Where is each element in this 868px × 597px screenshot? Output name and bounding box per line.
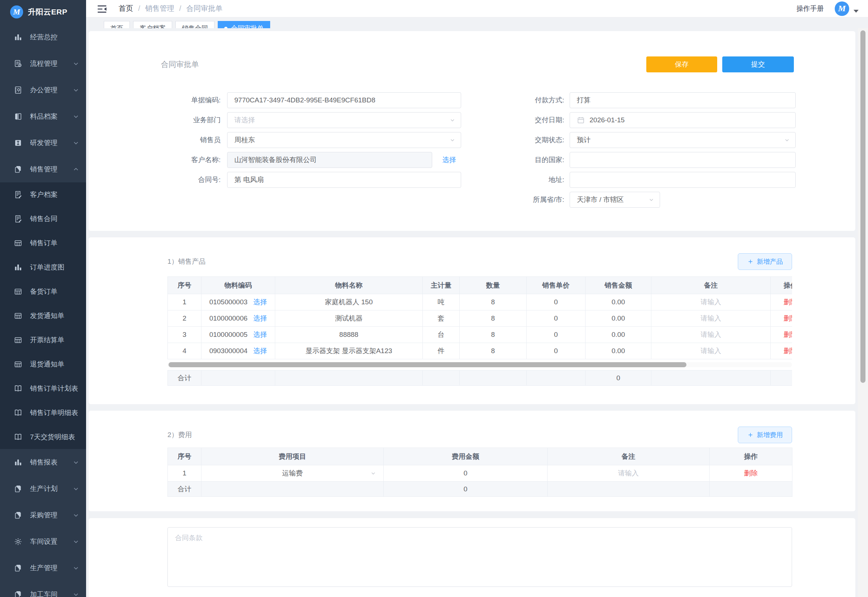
sidebar-item-开票结算单[interactable]: 开票结算单 xyxy=(0,328,86,352)
text-field[interactable]: 9770CA17-3497-4DB2-995E-B49E9CF61BD8 xyxy=(227,92,461,108)
cell-price[interactable]: 0 xyxy=(527,294,585,310)
products-hscrollbar-thumb[interactable] xyxy=(169,362,686,367)
select-field[interactable]: 天津市 / 市辖区 xyxy=(570,192,660,208)
cell-price[interactable]: 0 xyxy=(527,343,585,359)
cell-amount: 0.00 xyxy=(585,310,651,327)
avatar[interactable]: M xyxy=(835,1,849,16)
avatar-caret-icon[interactable] xyxy=(853,10,859,13)
select-material-link[interactable]: 选择 xyxy=(253,315,267,322)
cell-qty[interactable]: 8 xyxy=(460,294,527,310)
sidebar-collapse-icon[interactable] xyxy=(97,4,108,13)
manual-link[interactable]: 操作手册 xyxy=(796,4,824,13)
sidebar-item-7天交货明细表[interactable]: 7天交货明细表 xyxy=(0,425,86,449)
sidebar-item-生产管理[interactable]: 生产管理 xyxy=(0,555,86,581)
select-field[interactable]: 请选择 xyxy=(227,112,461,128)
delete-row-link[interactable]: 删除 xyxy=(784,347,792,355)
text-field[interactable]: 第 电风扇 xyxy=(227,172,461,188)
submit-button[interactable]: 提交 xyxy=(722,56,794,72)
form-header: 合同审批单 保存 提交 xyxy=(161,56,794,72)
sidebar-item-客户档案[interactable]: 客户档案 xyxy=(0,183,86,206)
sidebar-item-订单进度图[interactable]: 订单进度图 xyxy=(0,255,86,279)
material-code: 0105000003 xyxy=(209,298,248,306)
bar-chart-icon xyxy=(14,263,22,272)
cell-qty[interactable]: 8 xyxy=(460,327,527,343)
table-grid-icon xyxy=(14,287,22,296)
sidebar-item-发货通知单[interactable]: 发货通知单 xyxy=(0,304,86,328)
cell-qty[interactable]: 8 xyxy=(460,343,527,359)
date-field[interactable]: 2026-01-15 xyxy=(570,112,795,128)
delete-row-link[interactable]: 删除 xyxy=(784,298,792,306)
form-row: 目的国家: xyxy=(463,152,795,168)
select-material-link[interactable]: 选择 xyxy=(253,331,267,338)
tab-label: 合同审批单 xyxy=(231,24,264,28)
cell-amount: 0.00 xyxy=(585,343,651,359)
add-fee-button[interactable]: 新增费用 xyxy=(738,426,792,443)
field-control-zone xyxy=(570,152,795,168)
sidebar-item-加工车间[interactable]: 加工车间 xyxy=(0,581,86,597)
doc-edit-icon xyxy=(14,215,22,223)
text-field[interactable] xyxy=(570,172,795,188)
tab-首页[interactable]: 首页 xyxy=(104,21,130,28)
page-vscrollbar-thumb[interactable] xyxy=(861,30,865,383)
sidebar-item-料品档案[interactable]: 料品档案 xyxy=(0,103,86,129)
cell-price[interactable]: 0 xyxy=(527,310,585,327)
delete-row-link[interactable]: 删除 xyxy=(784,315,792,322)
sidebar-item-销售合同[interactable]: 销售合同 xyxy=(0,206,86,231)
cell-fee-item[interactable]: 运输费 xyxy=(201,465,384,481)
sidebar-item-销售管理[interactable]: 销售管理 xyxy=(0,156,86,183)
total-cell xyxy=(275,370,423,386)
text-field[interactable]: 山河智能装备股份有限公司 xyxy=(227,152,432,168)
column-header: 费用金额 xyxy=(384,448,548,465)
select-arrow-icon xyxy=(648,196,655,203)
sidebar-item-label: 流程管理 xyxy=(30,59,73,68)
form-row: 付款方式:打算 xyxy=(463,92,795,108)
cell-remark[interactable]: 请输入 xyxy=(651,327,771,343)
cell-qty[interactable]: 8 xyxy=(460,310,527,327)
cell-fee-amount[interactable]: 0 xyxy=(384,465,548,481)
sidebar-item-销售订单[interactable]: 销售订单 xyxy=(0,231,86,255)
sidebar-item-办公管理[interactable]: 办公管理 xyxy=(0,77,86,103)
tab-客户档案[interactable]: 客户档案 xyxy=(133,21,172,28)
delete-row-link[interactable]: 删除 xyxy=(744,469,758,477)
sidebar-item-采购管理[interactable]: 采购管理 xyxy=(0,502,86,528)
cell-remark[interactable]: 请输入 xyxy=(651,294,771,310)
add-product-button[interactable]: 新增产品 xyxy=(738,253,792,270)
active-tab-dot xyxy=(224,27,228,28)
text-field[interactable]: 打算 xyxy=(570,92,795,108)
sidebar-item-销售报表[interactable]: 销售报表 xyxy=(0,449,86,475)
contract-terms-textarea[interactable]: 合同条款 xyxy=(167,527,792,587)
cell-remark[interactable]: 请输入 xyxy=(651,310,771,327)
sidebar-item-退货通知单[interactable]: 退货通知单 xyxy=(0,352,86,376)
field-label: 单据编码: xyxy=(161,95,221,105)
select-field[interactable]: 预计 xyxy=(570,132,795,148)
text-field[interactable] xyxy=(570,152,795,168)
field-label: 付款方式: xyxy=(463,95,564,105)
field-control-zone xyxy=(570,172,795,188)
sidebar-item-研发管理[interactable]: 研发管理 xyxy=(0,129,86,156)
copy-doc-icon xyxy=(14,511,22,520)
sidebar-item-生产计划[interactable]: 生产计划 xyxy=(0,475,86,502)
sidebar-item-销售订单计划表[interactable]: 销售订单计划表 xyxy=(0,376,86,401)
breadcrumb-item[interactable]: 首页 xyxy=(118,4,133,13)
sidebar-item-车间设置[interactable]: 车间设置 xyxy=(0,528,86,555)
tab-合同审批单[interactable]: 合同审批单 xyxy=(218,21,270,28)
copy-doc-icon xyxy=(14,484,22,493)
select-material-link[interactable]: 选择 xyxy=(253,347,267,355)
tab-销售合同[interactable]: 销售合同 xyxy=(175,21,215,28)
sidebar-item-经营总控[interactable]: 经营总控 xyxy=(0,24,86,50)
form-actions: 保存 提交 xyxy=(646,56,794,72)
select-customer-link[interactable]: 选择 xyxy=(442,155,456,165)
field-value: 预计 xyxy=(577,135,591,145)
sidebar-item-备货订单[interactable]: 备货订单 xyxy=(0,279,86,304)
sidebar-item-销售订单明细表[interactable]: 销售订单明细表 xyxy=(0,401,86,425)
cell-remark[interactable]: 请输入 xyxy=(548,465,710,481)
save-button[interactable]: 保存 xyxy=(646,56,717,72)
cell-no: 3 xyxy=(168,327,201,343)
delete-row-link[interactable]: 删除 xyxy=(784,331,792,338)
select-field[interactable]: 周桂东 xyxy=(227,132,461,148)
field-value: 第 电风扇 xyxy=(234,175,264,184)
sidebar-item-流程管理[interactable]: 流程管理 xyxy=(0,50,86,77)
select-material-link[interactable]: 选择 xyxy=(253,298,267,306)
cell-price[interactable]: 0 xyxy=(527,327,585,343)
cell-remark[interactable]: 请输入 xyxy=(651,343,771,359)
